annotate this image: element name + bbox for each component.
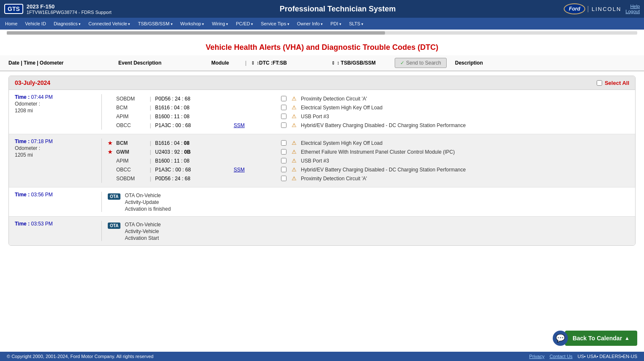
event-row-3: Time : 03:56 PM OTA OTA On-Vehicle Activ… [9,187,635,217]
col-module: Module [211,60,245,66]
col-pipe: | [245,60,251,66]
select-all-container: Select All [597,80,629,86]
nav-wiring[interactable]: Wiring [208,19,232,28]
column-headers: Date | Time | Odometer Event Description… [0,55,644,71]
dtc-checkbox[interactable] [281,114,287,119]
contact-link[interactable]: Contact Us [549,354,572,359]
date-label: 03-July-2024 [15,79,50,86]
warning-icon: ⚠ [292,95,297,102]
ota-text-6: Activation Start [125,235,161,241]
module-label: SOBDM [116,96,146,102]
warning-icon: ⚠ [292,113,297,119]
warning-icon: ⚠ [292,166,297,173]
nav-home[interactable]: Home [2,19,21,28]
dtc-checkbox[interactable] [281,158,287,163]
ota-badge: OTA [108,193,120,200]
dtc-row: APIM | B1600 : 11 : 08 ⚠ USB Port #3 [106,112,631,121]
dtc-row: OBCC | P1A3C : 00 : 68 SSM ⚠ Hybrid/EV B… [106,165,631,174]
nav-owner-info[interactable]: Owner Info [294,19,326,28]
vehicle-model: 2023 F-150 [27,3,112,10]
scrollbar-top[interactable] [7,31,637,35]
ssm-link-2[interactable]: SSM [234,167,245,173]
ota-text-2: Activity-Update [125,199,171,205]
vehicle-info: 2023 F-150 1FTVW1EL6PWG38774 - FDRS Supp… [27,3,112,15]
logout-link[interactable]: Logout [625,9,640,14]
dtc-row: BCM | B1616 : 04 : 08 ⚠ Electrical Syste… [106,103,631,112]
brand-logos: Ford LINCOLN [564,3,621,14]
main-content: 03-July-2024 Select All Time : 07:44 PM … [0,71,644,255]
footer-links: Privacy Contact Us US• USA• DEALERS•EN-U… [529,354,637,359]
dtc-checkbox[interactable] [281,105,287,110]
event-row-2: Time : 07:18 PM Odometer : 1205 mi ★ BCM… [9,134,635,187]
event-time-4: Time : 03:53 PM [9,221,102,241]
dtc-checkbox[interactable] [281,122,287,128]
gts-logo: GTS [4,4,23,14]
nav-workshop[interactable]: Workshop [177,19,208,28]
event-time-2: Time : 07:18 PM Odometer : 1205 mi [9,138,102,183]
ota-content-2: OTA OTA On-Vehicle Activity-Vehicle Acti… [102,221,161,241]
dtc-row: APIM | B1600 : 11 : 08 ⚠ USB Port #3 [106,156,631,165]
event-time-3: Time : 03:56 PM [9,192,102,212]
footer: © Copyright 2000, 2001-2024, Ford Motor … [0,352,644,361]
arrow-icon: ▲ [625,335,630,341]
col-event: Event Description [118,60,186,66]
dtc-checkbox[interactable] [281,140,287,146]
region-label: US• USA• DEALERS•EN-US [578,354,637,359]
nav-slts[interactable]: SLTS [346,19,367,28]
event-row-1: Time : 07:44 PM Odometer : 1208 mi SOBDM… [9,90,635,134]
copyright: © Copyright 2000, 2001-2024, Ford Motor … [7,354,153,359]
ford-logo: Ford [564,3,585,14]
date-group-july: 03-July-2024 Select All Time : 07:44 PM … [8,76,636,246]
warning-icon: ⚠ [292,157,297,164]
ota-content-1: OTA OTA On-Vehicle Activity-Update Activ… [102,192,171,212]
dtc-checkbox[interactable] [281,167,287,172]
send-to-search-button[interactable]: ✓ Send to Search [395,58,447,68]
ota-text-5: Activity-Vehicle [125,228,161,234]
ota-text-4: OTA On-Vehicle [125,222,161,228]
warning-icon: ⚠ [292,122,297,128]
vehicle-vin: 1FTVW1EL6PWG38774 - FDRS Support [27,10,112,15]
nav-pdi[interactable]: PDI [327,19,345,28]
nav-tsb[interactable]: TSB/GSB/SSM [135,19,176,28]
event-time-1: Time : 07:44 PM Odometer : 1208 mi [9,94,102,130]
col-description: Description [447,60,636,66]
help-logout: Help Logout [625,4,640,14]
nav-connected-vehicle[interactable]: Connected Vehicle [85,19,134,28]
dtc-sort-icon[interactable]: ⇕ [251,60,255,66]
navigation: Home Vehicle ID Diagnostics Connected Ve… [0,18,644,30]
dtc-row: ★ BCM | B1616 : 04 : 08 ⚠ Electrical Sys… [106,138,631,147]
dtc-row: SOBDM | P0D56 : 24 : 68 ⚠ Proximity Dete… [106,94,631,103]
event-row-4: Time : 03:53 PM OTA OTA On-Vehicle Activ… [9,217,635,245]
date-header: 03-July-2024 Select All [9,76,635,90]
system-title: Professional Technician System [280,5,396,14]
select-all-checkbox[interactable] [597,80,602,86]
dtc-rows-2: ★ BCM | B1616 : 04 : 08 ⚠ Electrical Sys… [102,138,635,183]
back-to-calendar-button[interactable]: Back To Calendar ▲ [565,331,637,346]
ota-text-1: OTA On-Vehicle [125,193,171,198]
privacy-link[interactable]: Privacy [529,354,544,359]
dtc-code: P0D56 : 24 : 68 [155,96,231,102]
nav-service-tips[interactable]: Service Tips [257,19,292,28]
warning-icon: ⚠ [292,140,297,146]
dtc-checkbox[interactable] [281,176,287,181]
nav-pced[interactable]: PC/ED [232,19,257,28]
header-right: Ford LINCOLN Help Logout [564,3,640,14]
ssm-link[interactable]: SSM [234,122,245,128]
dtc-checkbox[interactable] [281,149,287,155]
help-link[interactable]: Help [625,4,640,9]
ota-text-3: Activation is finished [125,206,171,212]
star-icon: ★ [106,149,114,155]
lincoln-logo: LINCOLN [588,6,621,12]
page-title: Vehicle Health Alerts (VHA) and Diagnost… [0,36,644,55]
dtc-description: Proximity Detection Circuit 'A' [301,96,631,102]
chat-button[interactable]: 💬 [553,331,568,346]
tsb-sort-icon: ⇕ [331,60,335,66]
nav-vehicle-id[interactable]: Vehicle ID [22,19,49,28]
select-all-label: Select All [605,80,629,86]
dtc-checkbox[interactable] [281,96,287,101]
nav-diagnostics[interactable]: Diagnostics [50,19,84,28]
star-icon: ★ [106,140,114,146]
dtc-rows-1: SOBDM | P0D56 : 24 : 68 ⚠ Proximity Dete… [102,94,635,130]
dtc-row: OBCC | P1A3C : 00 : 68 SSM ⚠ Hybrid/EV B… [106,121,631,130]
header-logo: GTS 2023 F-150 1FTVW1EL6PWG38774 - FDRS … [4,3,112,15]
